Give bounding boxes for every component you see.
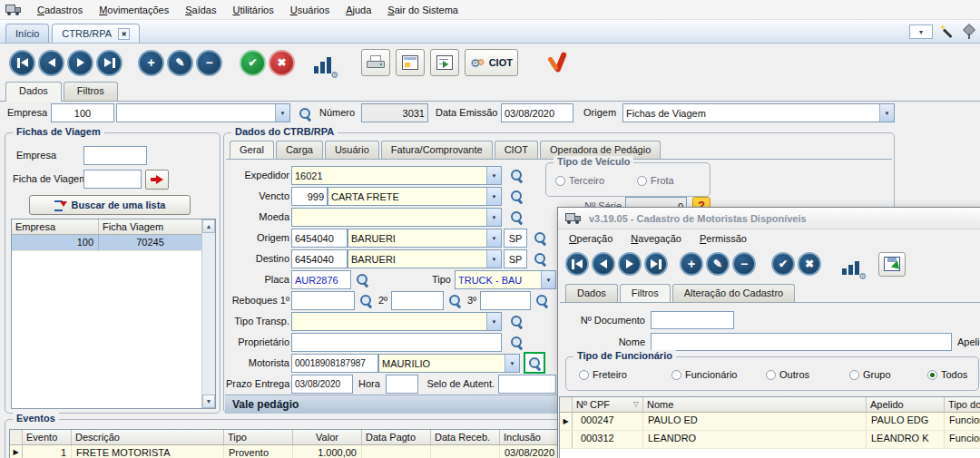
reboque2-search-button[interactable] (446, 291, 464, 309)
origem-code-field[interactable] (291, 229, 348, 248)
tipo-transp-search-button[interactable] (507, 312, 525, 330)
vencto-search-button[interactable] (507, 187, 525, 205)
tab-close-icon[interactable]: ✖ (118, 28, 130, 40)
scroll-up-icon[interactable]: ▲ (202, 219, 215, 233)
ficha-viagem-field[interactable] (83, 170, 142, 189)
nav-last-button[interactable] (96, 50, 122, 76)
radio-terceiro[interactable]: Terceiro (555, 175, 604, 186)
radio-outros[interactable]: Outros (766, 369, 809, 380)
cancel-button[interactable]: ✖ (269, 50, 295, 76)
fichas-grid-scrollbar[interactable]: ▲ ▼ (201, 219, 215, 408)
reboque3-search-button[interactable] (533, 291, 551, 309)
brand-logo-button[interactable] (542, 48, 574, 77)
moeda-search-button[interactable] (507, 208, 525, 226)
popup-nav-next-button[interactable] (618, 252, 642, 276)
column-header-apelido[interactable]: Apelido (867, 397, 945, 412)
nome-field[interactable] (651, 333, 952, 351)
reboque2-field[interactable] (391, 291, 444, 310)
radio-frota[interactable]: Frota (637, 175, 674, 186)
reboque1-search-button[interactable] (357, 291, 375, 309)
selo-field[interactable] (498, 375, 556, 394)
popup-confirm-button[interactable]: ✔ (771, 252, 795, 276)
numero-field[interactable] (361, 103, 428, 122)
tab-ciot[interactable]: CIOT (495, 141, 538, 159)
popup-cancel-button[interactable]: ✖ (798, 252, 821, 276)
expedidor-combo[interactable]: 16021 ▼ (291, 166, 502, 185)
popup-menu-operacao[interactable]: Operação (560, 230, 622, 247)
column-header-empresa[interactable]: Empresa (12, 219, 99, 234)
destino-code-field[interactable] (291, 249, 348, 268)
pin-icon[interactable] (962, 24, 975, 39)
fichas-grid-row[interactable]: 100 70245 (12, 235, 201, 251)
popup-menu-navegacao[interactable]: Navegação (622, 230, 691, 247)
origem-search-button[interactable] (531, 229, 549, 247)
column-header-tipo[interactable]: Tipo (224, 430, 293, 444)
popup-tab-alteracao[interactable]: Alteração do Cadastro (672, 284, 795, 302)
menu-saidas[interactable]: Saídas (177, 1, 224, 19)
origem-city-combo[interactable]: BARUERI ▼ (348, 229, 502, 248)
ficha-import-button[interactable] (145, 170, 169, 190)
vencto-code-field[interactable] (291, 187, 328, 206)
export-button[interactable] (430, 49, 459, 76)
column-header-valor[interactable]: Valor (293, 430, 362, 444)
tab-usuario[interactable]: Usuário (325, 141, 379, 159)
hora-field[interactable] (386, 375, 418, 394)
destino-search-button[interactable] (531, 249, 549, 268)
dropdown-icon[interactable]: ▼ (879, 104, 894, 122)
chart-button[interactable]: ⚙ (307, 48, 338, 77)
motorista-search-button[interactable] (525, 354, 544, 372)
nav-first-button[interactable] (9, 50, 35, 76)
wand-icon[interactable] (940, 24, 955, 39)
menu-sair-do-sistema[interactable]: Sair do Sistema (379, 1, 466, 19)
dropdown-icon[interactable]: ▼ (486, 313, 501, 330)
fichas-empresa-field[interactable] (83, 146, 147, 165)
print-button[interactable] (361, 49, 390, 76)
popup-menu-permissao[interactable]: Permissão (691, 230, 756, 247)
documento-field[interactable] (651, 311, 734, 329)
dropdown-icon[interactable]: ▼ (486, 209, 501, 226)
motorista-row[interactable]: 000312 LEANDRO LEANDRO K Funcionári (560, 431, 980, 449)
tipo-veiculo-combo[interactable]: TRUCK - BAU ▼ (455, 270, 556, 289)
scroll-down-icon[interactable]: ▼ (202, 395, 215, 408)
empresa-field[interactable] (51, 103, 114, 122)
nav-prev-button[interactable] (38, 50, 64, 76)
tab-carga[interactable]: Carga (276, 141, 323, 159)
tipo-transp-combo[interactable]: ▼ (291, 312, 502, 331)
data-emissao-field[interactable] (501, 103, 573, 122)
menu-us uarios[interactable]: Usuários (282, 1, 338, 19)
prazo-entrega-field[interactable] (291, 375, 353, 394)
expedidor-search-button[interactable] (507, 166, 525, 184)
radio-grupo[interactable]: Grupo (849, 369, 891, 380)
placa-search-button[interactable] (353, 270, 371, 288)
reboque1-field[interactable] (291, 291, 355, 310)
dropdown-icon[interactable]: ▼ (486, 250, 501, 268)
popup-title-bar[interactable]: v3.19.05 - Cadastro de Motoristas Dispon… (558, 208, 980, 229)
view-dropdown[interactable]: ▾ (909, 24, 933, 39)
radio-todos[interactable]: Todos (927, 369, 967, 380)
destino-uf-field[interactable] (504, 249, 527, 268)
nav-next-button[interactable] (67, 50, 93, 76)
menu-cadastros[interactable]: Cadastros (29, 1, 91, 19)
origem-uf-field[interactable] (504, 229, 527, 248)
popup-tab-dados[interactable]: Dados (565, 284, 618, 302)
popup-edit-button[interactable]: ✎ (706, 252, 730, 276)
motorista-row[interactable]: ▶ 000247 PAULO ED PAULO EDG Funcionári (560, 413, 980, 431)
tab-fatura-comprovante[interactable]: Fatura/Comprovante (381, 141, 493, 159)
tab-filtros[interactable]: Filtros (64, 82, 118, 101)
dropdown-icon[interactable]: ▼ (486, 188, 501, 205)
popup-nav-prev-button[interactable] (592, 252, 615, 276)
dropdown-icon[interactable]: ▼ (486, 167, 501, 184)
popup-save-button[interactable] (878, 252, 906, 277)
vencto-combo[interactable]: CARTA FRETE ▼ (328, 187, 502, 206)
destino-city-combo[interactable]: BARUERI ▼ (348, 249, 502, 268)
proprietario-search-button[interactable] (507, 333, 525, 351)
column-header-ficha-viagem[interactable]: Ficha Viagem (99, 219, 201, 234)
radio-funcionario[interactable]: Funcionário (671, 369, 737, 380)
popup-nav-last-button[interactable] (644, 252, 668, 276)
popup-delete-button[interactable]: − (732, 252, 756, 276)
ciot-button[interactable]: ⚙ ⚙ CIOT (465, 49, 518, 76)
tab-dados[interactable]: Dados (5, 82, 62, 102)
motorista-code-field[interactable] (291, 354, 378, 373)
radio-freteiro[interactable]: Freteiro (579, 369, 627, 380)
confirm-button[interactable]: ✔ (240, 50, 266, 76)
